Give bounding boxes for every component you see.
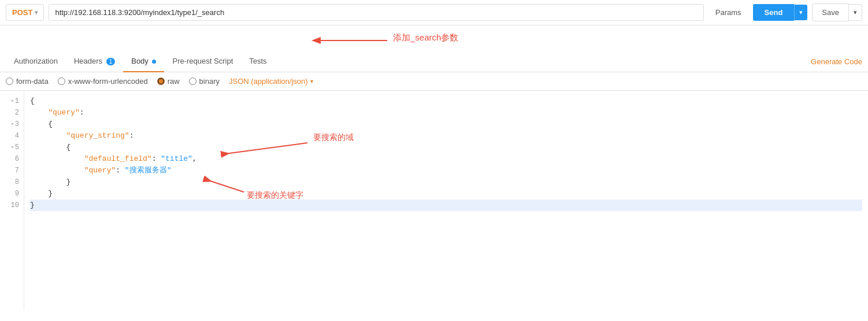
line-10: 10 bbox=[0, 200, 24, 211]
code-line-5: { bbox=[30, 142, 862, 153]
send-button[interactable]: Send bbox=[753, 4, 795, 21]
tabs-left: Authorization Headers 1 Body Pre-request… bbox=[6, 51, 275, 72]
top-annotation-text: 添加_search参数 bbox=[393, 32, 458, 43]
url-input[interactable] bbox=[49, 4, 703, 21]
tab-authorization-label: Authorization bbox=[14, 57, 58, 65]
radio-urlencoded[interactable]: x-www-form-urlencoded bbox=[58, 77, 148, 86]
method-chevron: ▾ bbox=[35, 9, 38, 16]
body-type-selector: form-data x-www-form-urlencoded raw bina… bbox=[0, 72, 868, 91]
tab-pre-request-label: Pre-request Script bbox=[172, 57, 233, 65]
line-6: 6 bbox=[0, 153, 24, 165]
top-bar: POST ▾ Params Send ▾ Save ▾ bbox=[0, 0, 868, 25]
headers-badge: 1 bbox=[106, 58, 116, 65]
line-8: 8 bbox=[0, 176, 24, 188]
radio-form-data[interactable]: form-data bbox=[6, 77, 49, 86]
line-1: ▾ 1 bbox=[0, 95, 24, 107]
fold-icon-5[interactable]: ▾ bbox=[10, 142, 13, 153]
line-5: ▾ 5 bbox=[0, 142, 24, 153]
tab-headers-label: Headers bbox=[74, 57, 102, 65]
radio-raw[interactable]: raw bbox=[157, 77, 180, 86]
send-group: Send ▾ bbox=[753, 4, 808, 21]
tab-tests-label: Tests bbox=[249, 57, 266, 65]
line-numbers: ▾ 1 2 ▾ 3 4 ▾ 5 6 7 8 9 10 bbox=[0, 91, 24, 311]
code-line-8: } bbox=[30, 176, 862, 188]
params-button[interactable]: Params bbox=[709, 5, 748, 20]
json-type-selector[interactable]: JSON (application/json) ▾ bbox=[229, 77, 313, 86]
tabs-bar: Authorization Headers 1 Body Pre-request… bbox=[0, 51, 868, 72]
line-9: 9 bbox=[0, 188, 24, 200]
radio-binary[interactable]: binary bbox=[189, 77, 220, 86]
tab-authorization[interactable]: Authorization bbox=[6, 51, 66, 72]
tab-tests[interactable]: Tests bbox=[241, 51, 275, 72]
tab-body-label: Body bbox=[131, 57, 149, 65]
save-button[interactable]: Save bbox=[812, 3, 849, 21]
method-label: POST bbox=[12, 8, 32, 17]
tab-headers[interactable]: Headers 1 bbox=[66, 51, 123, 72]
send-dropdown[interactable]: ▾ bbox=[794, 5, 807, 20]
fold-icon-1[interactable]: ▾ bbox=[10, 95, 13, 107]
code-editor[interactable]: ▾ 1 2 ▾ 3 4 ▾ 5 6 7 8 9 10 { "query": { … bbox=[0, 91, 868, 311]
code-line-7: "query": "搜索服务器" bbox=[30, 165, 862, 176]
code-line-3: { bbox=[30, 119, 862, 130]
save-group: Save ▾ bbox=[812, 3, 862, 21]
line-7: 7 bbox=[0, 165, 24, 176]
code-line-6: "default_field": "title", bbox=[30, 153, 862, 165]
method-selector[interactable]: POST ▾ bbox=[6, 4, 44, 21]
code-body[interactable]: { "query": { "query_string": { "default_… bbox=[24, 91, 868, 311]
line-4: 4 bbox=[0, 130, 24, 142]
body-dot bbox=[152, 60, 156, 64]
tab-pre-request[interactable]: Pre-request Script bbox=[164, 51, 241, 72]
generate-code-link[interactable]: Generate Code bbox=[811, 51, 862, 72]
code-line-1: { bbox=[30, 95, 862, 107]
save-dropdown[interactable]: ▾ bbox=[849, 4, 862, 21]
json-chevron-icon: ▾ bbox=[310, 78, 313, 84]
code-line-2: "query": bbox=[30, 107, 862, 119]
code-line-4: "query_string": bbox=[30, 130, 862, 142]
line-2: 2 bbox=[0, 107, 24, 119]
json-type-label: JSON (application/json) bbox=[229, 77, 308, 86]
line-3: ▾ 3 bbox=[0, 119, 24, 130]
code-line-10: } bbox=[30, 200, 862, 211]
tab-body[interactable]: Body bbox=[123, 51, 164, 72]
code-line-9: } bbox=[30, 188, 862, 200]
fold-icon-3[interactable]: ▾ bbox=[10, 119, 13, 130]
top-annotation-area: 添加_search参数 bbox=[0, 25, 868, 51]
